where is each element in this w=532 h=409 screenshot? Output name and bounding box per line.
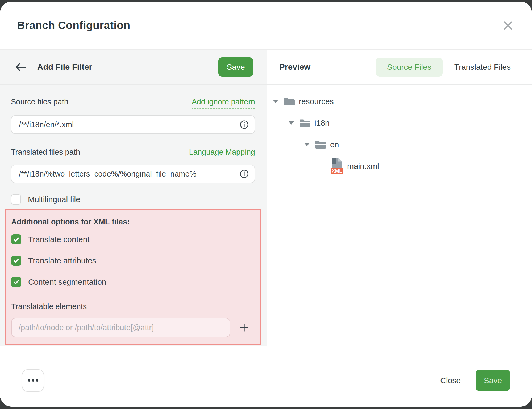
checkmark-icon: [13, 279, 20, 285]
chevron-down-icon[interactable]: [273, 100, 278, 103]
folder-open-icon: [314, 139, 327, 150]
translate-content-row: Translate content: [11, 234, 255, 244]
file-fold-corner: [338, 158, 342, 162]
modal-body: Add File Filter Save Source files path A…: [0, 50, 532, 346]
content-segmentation-checkbox[interactable]: [11, 277, 21, 287]
info-circle-icon: [240, 169, 249, 178]
tree-row-en[interactable]: en: [273, 134, 532, 155]
modal-save-button[interactable]: Save: [476, 370, 510, 391]
folder-open-icon: [299, 118, 311, 128]
tree-row-i18n[interactable]: i18n: [273, 112, 532, 134]
chevron-down-icon[interactable]: [304, 143, 310, 146]
arrow-left-icon: [15, 62, 27, 72]
preview-toolbar: Preview Source Files Translated Files: [267, 50, 532, 85]
tree-row-resources[interactable]: resources: [273, 91, 532, 112]
language-mapping-link[interactable]: Language Mapping: [189, 147, 255, 159]
xml-file-icon: XML: [331, 158, 343, 174]
source-path-input[interactable]: [19, 120, 236, 129]
xml-options-title: Additional options for XML files:: [11, 217, 255, 226]
filter-toolbar: Add File Filter Save: [0, 50, 267, 85]
translate-attributes-checkbox[interactable]: [11, 256, 21, 266]
translate-content-label: Translate content: [28, 235, 90, 244]
close-button[interactable]: [500, 18, 516, 34]
source-path-field: [11, 115, 255, 134]
chevron-down-icon[interactable]: [289, 121, 294, 125]
translated-path-label: Translated files path: [11, 147, 80, 157]
tree-label: resources: [299, 97, 334, 106]
add-element-button[interactable]: [239, 323, 249, 332]
modal-title: Branch Configuration: [17, 19, 130, 32]
source-path-label: Source files path: [11, 97, 68, 107]
screen-backdrop: Branch Configuration Add File Filter Sa: [0, 0, 532, 409]
checkmark-icon: [13, 257, 20, 264]
modal-close-button[interactable]: Close: [440, 376, 461, 385]
xml-options-box: Additional options for XML files: Transl…: [5, 209, 261, 345]
filter-save-button[interactable]: Save: [218, 57, 253, 77]
close-icon: [503, 20, 513, 31]
multilingual-row: Multilingual file: [11, 194, 255, 204]
tree-label: main.xml: [347, 162, 379, 171]
translated-path-input[interactable]: [19, 170, 236, 178]
plus-icon: [239, 323, 249, 332]
source-path-header: Source files path Add ignore pattern: [11, 97, 255, 109]
content-segmentation-row: Content segmentation: [11, 277, 255, 287]
preview-tabs: Source Files Translated Files: [376, 58, 511, 77]
tab-source-files[interactable]: Source Files: [376, 58, 443, 77]
translated-path-header: Translated files path Language Mapping: [11, 147, 255, 159]
info-circle-icon: [240, 120, 249, 129]
translated-path-info-button[interactable]: [240, 169, 249, 178]
tab-translated-files[interactable]: Translated Files: [454, 63, 511, 72]
branch-configuration-modal: Branch Configuration Add File Filter Sa: [0, 2, 532, 407]
file-filter-panel: Add File Filter Save Source files path A…: [0, 50, 267, 346]
filter-title: Add File Filter: [37, 62, 92, 72]
tree-row-main-xml[interactable]: XML main.xml: [273, 155, 532, 177]
multilingual-label: Multilingual file: [28, 195, 80, 204]
checkmark-icon: [13, 236, 20, 243]
tree-label: en: [330, 140, 339, 149]
multilingual-checkbox[interactable]: [11, 194, 21, 204]
modal-footer: Close Save: [0, 346, 532, 407]
content-segmentation-label: Content segmentation: [28, 277, 106, 287]
ellipsis-icon: [28, 379, 38, 382]
translatable-elements-row: [11, 318, 255, 337]
translatable-elements-label: Translatable elements: [11, 302, 255, 311]
xml-badge: XML: [331, 168, 343, 174]
translated-path-field: [11, 165, 255, 183]
translate-attributes-label: Translate attributes: [28, 256, 96, 265]
modal-header: Branch Configuration: [0, 2, 532, 50]
folder-open-icon: [283, 96, 296, 107]
preview-panel: Preview Source Files Translated Files re…: [267, 50, 532, 346]
translatable-elements-input[interactable]: [11, 318, 230, 337]
file-tree: resources i18n en: [267, 85, 532, 177]
more-options-button[interactable]: [22, 369, 44, 392]
filter-form: Source files path Add ignore pattern Tra…: [0, 85, 267, 346]
source-path-info-button[interactable]: [240, 120, 249, 129]
file-page-shade: [332, 158, 336, 164]
translate-attributes-row: Translate attributes: [11, 256, 255, 266]
back-button[interactable]: [15, 61, 27, 73]
preview-title: Preview: [279, 62, 310, 72]
add-ignore-pattern-link[interactable]: Add ignore pattern: [192, 97, 255, 109]
translate-content-checkbox[interactable]: [11, 234, 21, 244]
tree-label: i18n: [314, 118, 330, 128]
